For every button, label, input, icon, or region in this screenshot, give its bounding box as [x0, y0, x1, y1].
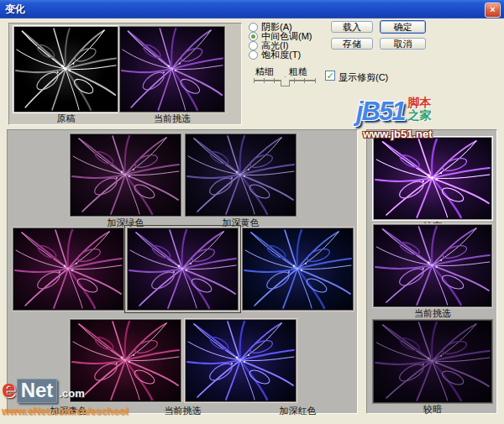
close-icon[interactable]: × — [485, 3, 501, 18]
current-pick-thumbnail: 当前挑选 — [119, 26, 225, 113]
save-button[interactable]: 存储 — [331, 38, 373, 50]
variant-more-cyan[interactable]: 加深青色 — [13, 228, 124, 311]
variant-lighter[interactable]: 较亮 — [373, 137, 492, 220]
variant-more-green[interactable]: 加深绿色 — [70, 133, 181, 217]
slider-thumb[interactable] — [281, 76, 290, 86]
preview-panel: 原稿 当前挑选 — [8, 23, 242, 125]
radio-saturation[interactable]: 饱和度(T) — [249, 50, 301, 60]
ok-button[interactable]: 确定 — [380, 20, 426, 34]
variant-more-red[interactable]: 加深红色 — [242, 228, 354, 311]
original-thumbnail[interactable]: 原稿 — [13, 26, 118, 113]
fine-coarse-slider[interactable] — [254, 76, 316, 86]
variant-more-blue[interactable]: 加深蓝色 — [70, 319, 181, 402]
jb51-logo: jB51 — [356, 97, 404, 126]
title-bar: 变化 × — [0, 0, 504, 18]
radio-icon[interactable] — [249, 50, 258, 60]
show-clipping-checkbox[interactable]: ✓ — [325, 71, 335, 81]
variant-darker[interactable]: 较暗 — [373, 320, 492, 403]
show-clipping-label: 显示修剪(C) — [339, 71, 388, 84]
column-current-pick: 当前挑选 — [373, 224, 492, 307]
radio-icon[interactable] — [249, 23, 258, 32]
variations-panel: 加深绿色 加深黄色 加深青色 当前挑选 加深红色 加深蓝色 加深洋红 — [7, 129, 358, 414]
variant-more-magenta[interactable]: 加深洋红 — [185, 319, 297, 402]
current-pick-label: 当前挑选 — [102, 114, 242, 123]
load-button[interactable]: 载入 — [331, 21, 373, 33]
radio-selected-icon[interactable] — [249, 32, 258, 41]
cancel-button[interactable]: 取消 — [380, 38, 426, 50]
brightness-panel: 较亮 当前挑选 较暗 — [366, 129, 497, 414]
variant-more-yellow[interactable]: 加深黄色 — [185, 133, 297, 217]
window-title: 变化 — [0, 3, 25, 17]
radio-icon[interactable] — [249, 41, 258, 50]
variant-current-pick: 当前挑选 — [127, 228, 239, 311]
